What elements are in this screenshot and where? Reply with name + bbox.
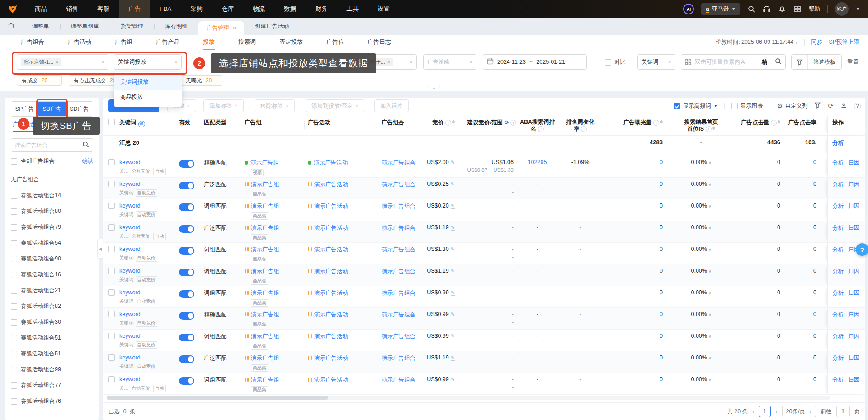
keyword-link[interactable]: keyword bbox=[119, 224, 141, 231]
reset-button[interactable]: 重置 bbox=[847, 58, 859, 66]
campaign-link[interactable]: 演示广告活动 bbox=[314, 268, 348, 274]
collapse-filter-handle[interactable]: ▲ bbox=[428, 85, 440, 91]
aba-rank-value[interactable]: - bbox=[536, 224, 538, 231]
attribution-link[interactable]: 归因 bbox=[848, 354, 859, 362]
search-field-select[interactable]: 关键词 ∨ bbox=[637, 54, 675, 70]
aba-rank-value[interactable]: - bbox=[536, 246, 538, 252]
edit-bid-icon[interactable]: ✎ bbox=[451, 225, 455, 231]
scrollbar-thumb[interactable] bbox=[107, 396, 328, 400]
exact-match-toggle[interactable]: 精 bbox=[762, 58, 768, 66]
portfolio-item[interactable]: 赛狐活动组合79 bbox=[5, 219, 99, 235]
checkbox-icon[interactable] bbox=[11, 240, 17, 246]
checkbox-icon[interactable] bbox=[108, 181, 115, 187]
portfolio-link[interactable]: 演示广告组合 bbox=[382, 246, 415, 253]
info-icon[interactable]: i bbox=[706, 126, 712, 132]
analyze-link[interactable]: 分析 bbox=[832, 311, 844, 319]
group-link[interactable]: 演示广告组 bbox=[251, 377, 279, 383]
nav-item-物流[interactable]: 物流 bbox=[243, 0, 274, 18]
status-toggle[interactable] bbox=[179, 377, 194, 385]
section-tab-广告位[interactable]: 广告位 bbox=[315, 35, 356, 50]
portfolio-link[interactable]: 演示广告组合 bbox=[382, 160, 415, 166]
nav-item-仓库[interactable]: 仓库 bbox=[212, 0, 243, 18]
checkbox-icon[interactable] bbox=[11, 208, 17, 215]
analyze-link[interactable]: 分析 bbox=[832, 333, 844, 340]
status-toggle[interactable] bbox=[179, 312, 194, 320]
expand-icon[interactable]: ∨ bbox=[708, 204, 712, 208]
edit-bid-icon[interactable]: ✎ bbox=[451, 355, 455, 361]
aba-rank-value[interactable]: 102295 bbox=[528, 159, 547, 165]
compare-checkbox[interactable]: 对比 bbox=[605, 58, 626, 66]
add-to-targeting-button[interactable]: 添加到投放/否定∨ bbox=[306, 99, 364, 112]
section-tab-广告组合[interactable]: 广告组合 bbox=[9, 35, 56, 50]
section-tab-广告活动[interactable]: 广告活动 bbox=[56, 35, 103, 50]
checkbox-icon[interactable] bbox=[108, 376, 115, 382]
tab-调整单创建[interactable]: 调整单创建 bbox=[60, 23, 110, 30]
apps-grid-icon[interactable] bbox=[793, 5, 802, 13]
sort-icon[interactable] bbox=[660, 120, 663, 124]
expand-icon[interactable]: ∨ bbox=[708, 312, 712, 317]
expand-icon[interactable]: ∨ bbox=[708, 160, 712, 165]
portfolio-item[interactable]: 赛狐活动组合14 bbox=[5, 188, 99, 203]
portfolio-item[interactable]: 赛狐活动组合16 bbox=[5, 267, 99, 283]
portfolio-item[interactable]: 赛狐活动组合54 bbox=[5, 235, 99, 251]
checkbox-icon[interactable] bbox=[11, 256, 17, 262]
checkbox-icon[interactable] bbox=[731, 103, 738, 109]
portfolio-item[interactable]: 赛狐活动组合30 bbox=[5, 314, 99, 330]
custom-columns-button[interactable]: ⚙ 自定义列 bbox=[777, 102, 808, 110]
aba-rank-value[interactable]: - bbox=[536, 289, 538, 296]
info-icon[interactable]: i bbox=[510, 120, 516, 126]
section-tab-广告产品[interactable]: 广告产品 bbox=[144, 35, 191, 50]
keyword-link[interactable]: keyword bbox=[119, 311, 141, 317]
ad-type-SB广告[interactable]: SB广告 bbox=[38, 102, 66, 116]
group-link[interactable]: 演示广告组 bbox=[251, 290, 279, 296]
aba-rank-value[interactable]: - bbox=[536, 311, 538, 317]
portfolio-item[interactable]: 赛狐活动组合90 bbox=[5, 251, 99, 267]
search-icon[interactable] bbox=[775, 58, 782, 66]
help-fab[interactable]: ? bbox=[856, 243, 868, 256]
close-icon[interactable]: × bbox=[233, 25, 236, 31]
add-tag-button[interactable]: 添加标签∨ bbox=[203, 99, 244, 112]
portfolio-link[interactable]: 演示广告组合 bbox=[382, 203, 415, 209]
batch-grid-icon[interactable] bbox=[685, 59, 691, 65]
campaign-link[interactable]: 演示广告活动 bbox=[314, 160, 348, 166]
attribution-link[interactable]: 归因 bbox=[848, 181, 859, 189]
checkbox-icon[interactable] bbox=[108, 289, 115, 296]
analyze-link[interactable]: 分析 bbox=[832, 289, 844, 297]
aba-rank-value[interactable]: - bbox=[536, 376, 538, 382]
portfolio-item[interactable]: 赛狐活动组合21 bbox=[5, 283, 99, 298]
portfolio-item[interactable]: 赛狐活动组合51 bbox=[5, 346, 99, 362]
horizontal-scrollbar[interactable] bbox=[107, 396, 830, 400]
checkbox-icon[interactable] bbox=[108, 159, 115, 165]
edit-bid-icon[interactable]: ✎ bbox=[451, 181, 455, 187]
checkbox-icon[interactable] bbox=[108, 119, 115, 125]
collapse-sidebar-handle[interactable]: ◀ bbox=[97, 239, 103, 259]
checkbox-icon[interactable] bbox=[605, 59, 611, 66]
quick-tag-有成交[interactable]: 有成交20 bbox=[17, 75, 62, 86]
checkbox-icon[interactable] bbox=[108, 246, 115, 252]
help-link[interactable]: 帮助 bbox=[809, 5, 820, 13]
group-link[interactable]: 演示广告组 bbox=[251, 225, 279, 231]
sort-icon[interactable] bbox=[452, 120, 455, 124]
keyword-link[interactable]: keyword bbox=[119, 354, 141, 361]
attribution-link[interactable]: 归因 bbox=[848, 376, 859, 384]
translate-badge-icon[interactable]: 译 bbox=[138, 121, 145, 127]
portfolio-link[interactable]: 演示广告组合 bbox=[382, 290, 415, 296]
checkbox-icon[interactable] bbox=[108, 203, 115, 209]
prev-page-icon[interactable]: ‹ bbox=[752, 408, 755, 415]
date-range-picker[interactable]: 2024-11-23 ~ 2025-01-21 bbox=[483, 54, 587, 70]
funnel-icon[interactable] bbox=[792, 55, 808, 69]
attribution-link[interactable]: 归因 bbox=[848, 203, 859, 210]
home-icon[interactable] bbox=[7, 22, 15, 31]
keyword-search-input[interactable]: 双击可批量搜索内容 精 bbox=[681, 54, 786, 70]
refresh-icon[interactable]: ⟳ bbox=[504, 119, 509, 126]
status-toggle[interactable] bbox=[179, 355, 194, 363]
campaign-link[interactable]: 演示广告活动 bbox=[314, 181, 348, 188]
status-toggle[interactable] bbox=[179, 290, 194, 298]
nav-item-财务[interactable]: 财务 bbox=[306, 0, 337, 18]
checkbox-icon[interactable] bbox=[11, 351, 17, 357]
checkbox-icon[interactable] bbox=[108, 311, 115, 317]
expand-icon[interactable]: ∨ bbox=[708, 378, 712, 382]
status-toggle[interactable] bbox=[179, 334, 194, 341]
add-lexicon-button[interactable]: 加入词库 bbox=[374, 99, 409, 112]
keyword-link[interactable]: keyword bbox=[119, 203, 141, 209]
